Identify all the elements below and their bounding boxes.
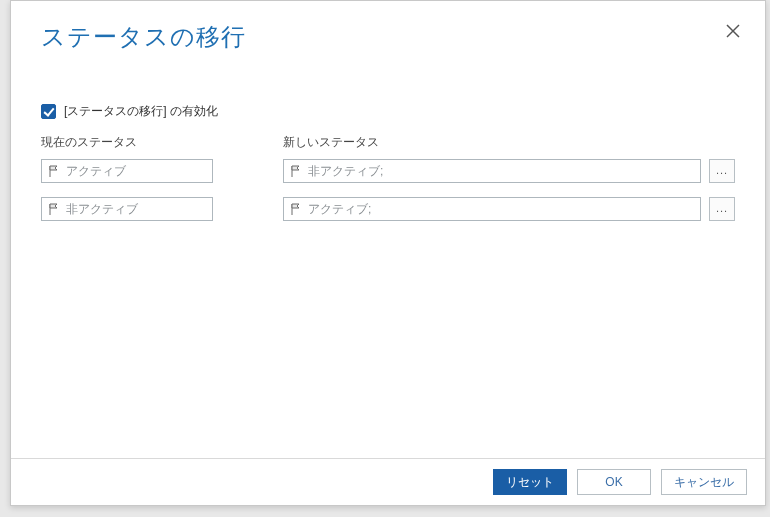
enable-transitions-checkbox[interactable] [41,104,56,119]
new-status-column: 新しいステータス 非アクティブ; ... ア [283,134,735,235]
new-status-value: 非アクティブ; [308,163,383,180]
close-icon [726,24,740,41]
dialog-title: ステータスの移行 [41,21,735,53]
current-status-field[interactable]: アクティブ [41,159,213,183]
new-status-value: アクティブ; [308,201,371,218]
table-row: 非アクティブ; ... [283,159,735,183]
current-status-value: アクティブ [66,163,126,180]
current-status-header: 現在のステータス [41,134,213,151]
new-status-field[interactable]: アクティブ; [283,197,701,221]
new-status-header: 新しいステータス [283,134,735,151]
current-status-column: 現在のステータス アクティブ 非アクティブ [41,134,213,235]
current-status-value: 非アクティブ [66,201,138,218]
table-row: アクティブ [41,159,213,183]
close-button[interactable] [723,23,743,43]
browse-button[interactable]: ... [709,197,735,221]
dialog-header: ステータスの移行 [11,1,765,59]
dialog-footer: リセット OK キャンセル [11,458,765,505]
transition-columns: 現在のステータス アクティブ 非アクティブ [41,134,735,235]
dialog-body: [ステータスの移行] の有効化 現在のステータス アクティブ [11,59,765,235]
enable-transitions-row: [ステータスの移行] の有効化 [41,103,735,120]
flag-icon [290,165,302,177]
current-status-field[interactable]: 非アクティブ [41,197,213,221]
new-status-field[interactable]: 非アクティブ; [283,159,701,183]
flag-icon [290,203,302,215]
flag-icon [48,203,60,215]
table-row: アクティブ; ... [283,197,735,221]
cancel-button[interactable]: キャンセル [661,469,747,495]
table-row: 非アクティブ [41,197,213,221]
browse-button[interactable]: ... [709,159,735,183]
status-transition-dialog: ステータスの移行 [ステータスの移行] の有効化 現在のステータス アクティブ [10,0,766,506]
reset-button[interactable]: リセット [493,469,567,495]
flag-icon [48,165,60,177]
ok-button[interactable]: OK [577,469,651,495]
enable-transitions-label: [ステータスの移行] の有効化 [64,103,218,120]
